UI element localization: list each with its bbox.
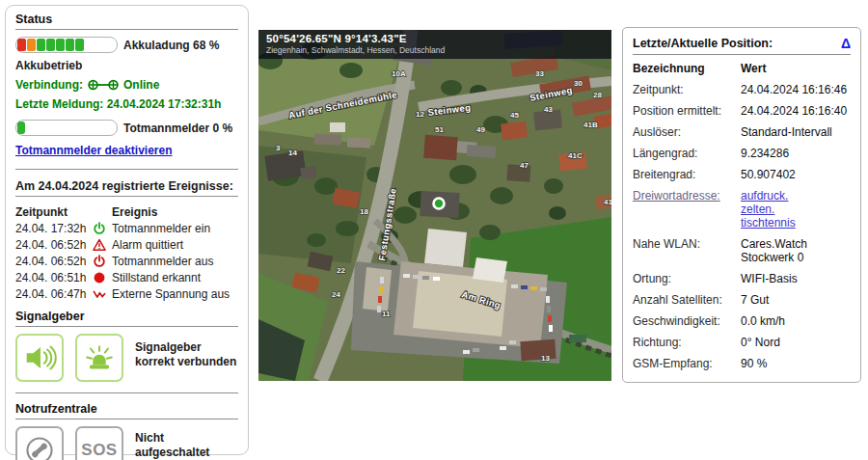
connection-status: Online [123, 78, 159, 92]
emergency-title: Notrufzentrale [15, 402, 238, 416]
house-number: 13 [541, 354, 550, 363]
house-number: 33 [535, 69, 544, 78]
pos-row-value: 9.234286 [741, 147, 851, 160]
pos-row-value: Standard-Intervall [741, 125, 851, 139]
pos-row-value: WIFI-Basis [741, 272, 851, 285]
position-marker-icon[interactable] [434, 199, 445, 209]
deadman-row: Totmannmelder 0 % [15, 120, 238, 136]
house-number: 3 [276, 144, 281, 152]
map-location: Ziegenhain, Schwalmstadt, Hessen, Deutsc… [266, 45, 604, 55]
pos-row-value: Cares.WatchStockwerk 0 [741, 237, 851, 264]
link-nodes-icon [87, 78, 120, 92]
app: Status Akkuladung 68 % Akkubetrieb Verbi… [0, 0, 868, 460]
house-number: 24 [332, 290, 340, 299]
events-col-event: Ereignis [112, 205, 238, 219]
sos-icon: SOS [75, 426, 123, 460]
phone-icon [15, 426, 64, 460]
events-col-time: Zeitpunkt [15, 205, 93, 219]
house-number: 12 [416, 110, 424, 119]
battery-row: Akkuladung 68 % [15, 37, 238, 53]
deadman-label: Totmannmelder 0 % [123, 122, 232, 135]
house-number: 11 [382, 310, 391, 318]
battery-label: Akkuladung 68 % [123, 39, 219, 52]
pos-row-label: Position ermittelt: [633, 104, 737, 118]
pos-row-value: 24.04.2024 16:16:46 [741, 83, 851, 96]
pos-row-label: Zeitpunkt: [633, 83, 737, 96]
emergency-row: SOS Nicht aufgeschaltet Info [15, 426, 238, 460]
last-message-value: 24.04.2024 17:32:31h [107, 97, 222, 111]
pos-row-label: Auslöser: [633, 125, 737, 139]
zigzag-icon [93, 287, 106, 301]
battery-bar [15, 37, 118, 53]
pos-col-label: Bezeichnung [633, 62, 737, 75]
speaker-icon [15, 334, 64, 382]
house-number: 22 [337, 266, 345, 275]
three-word-link[interactable]: tischtennis [741, 216, 851, 230]
events-table-body: 24.04. 17:32hTotmannmelder ein24.04. 06:… [15, 220, 238, 302]
house-number: 10A [392, 69, 406, 78]
signal-row: Signalgeber korrekt verbunden [15, 334, 238, 382]
pos-row-value: 90 % [741, 357, 851, 370]
connection-label: Verbindung: [15, 78, 83, 92]
house-number: 49 [476, 125, 485, 134]
three-word-address-label-link[interactable]: Dreiwortadresse: [633, 189, 737, 230]
pos-row-label: Längengrad: [633, 147, 737, 160]
event-row: 24.04. 06:52hTotmannmelder aus [15, 253, 238, 269]
satellite-map[interactable]: Auf der SchneidemühleSteinwegSteinwegFes… [258, 30, 611, 381]
pos-row-label: Breitengrad: [633, 168, 737, 181]
three-word-link[interactable]: aufdruck. [741, 189, 851, 203]
pos-row-value: 7 Gut [741, 293, 851, 307]
satellite-imagery: Auf der SchneidemühleSteinwegSteinwegFes… [258, 30, 611, 381]
pos-col-value: Wert [741, 62, 851, 75]
last-message-label: Letzte Meldung: [15, 97, 103, 111]
events-title: Am 24.04.2024 registrierte Ereignisse: [15, 179, 238, 193]
house-number: 43 [544, 105, 553, 114]
status-panel: Status Akkuladung 68 % Akkubetrieb Verbi… [5, 5, 249, 455]
power-icon [93, 255, 106, 268]
deadman-deactivate-link[interactable]: Totmannmelder deaktivieren [15, 144, 173, 157]
house-number: 41B [583, 121, 598, 129]
pos-row-label: GSM-Empfang: [633, 357, 737, 370]
warning-triangle-icon [93, 238, 106, 252]
signal-status: Signalgeber korrekt verbunden [135, 340, 238, 369]
pos-row-value: 50.907402 [741, 168, 851, 181]
position-title: Letzte/Aktuelle Position: [633, 37, 773, 50]
signal-title: Signalgeber [15, 310, 238, 323]
pos-row-value: 0.0 km/h [741, 314, 851, 328]
status-title: Status [15, 13, 238, 26]
stop-circle-icon [93, 271, 106, 284]
house-number: 51 [435, 125, 444, 134]
pos-row-label: Richtung: [633, 336, 737, 349]
house-number: 28 [593, 91, 602, 99]
power-icon [93, 222, 106, 235]
house-number: 14 [288, 149, 297, 157]
house-number: 30 [574, 79, 583, 88]
pos-row-label: Anzahl Satelliten: [633, 293, 737, 307]
event-row: 24.04. 06:52hAlarm quittiert [15, 236, 238, 253]
house-number: 18 [360, 207, 368, 216]
event-row: 24.04. 17:32hTotmannmelder ein [15, 220, 238, 236]
delta-toggle-icon[interactable]: Δ [841, 36, 851, 51]
pos-row-value: 0° Nord [741, 336, 851, 349]
emergency-status: Nicht aufgeschaltet [135, 431, 209, 459]
house-number: 45 [510, 111, 519, 120]
pos-row-value[interactable]: aufdruck.zelten.tischtennis [741, 189, 851, 230]
house-number: 41 [604, 198, 611, 206]
three-word-link[interactable]: zelten. [741, 203, 851, 216]
pos-row-label: Geschwindigkeit: [633, 314, 737, 328]
pos-row-value: 24.04.2024 16:16:40 [741, 104, 851, 118]
position-panel: Letzte/Aktuelle Position: Δ Bezeichnung … [622, 27, 861, 383]
house-number: 47 [520, 161, 529, 170]
deadman-bar [15, 120, 118, 136]
pos-row-label: Nahe WLAN: [633, 237, 737, 264]
connection-row: Verbindung: Online [15, 78, 238, 92]
pos-row-label: Ortung: [633, 272, 737, 285]
events-header: Zeitpunkt Ereignis [15, 203, 238, 220]
position-table: Bezeichnung Wert Zeitpunkt:24.04.2024 16… [633, 62, 851, 370]
event-row: 24.04. 06:47hExterne Spannung aus [15, 285, 238, 302]
event-row: 24.04. 06:51hStillstand erkannt [15, 269, 238, 285]
house-number: 41C [568, 151, 583, 160]
map-coordinates-overlay: 50°54'26.65"N 9°14'3.43"E Ziegenhain, Sc… [258, 30, 611, 59]
last-message-row: Letzte Meldung: 24.04.2024 17:32:31h [15, 97, 238, 111]
siren-icon [75, 334, 123, 382]
